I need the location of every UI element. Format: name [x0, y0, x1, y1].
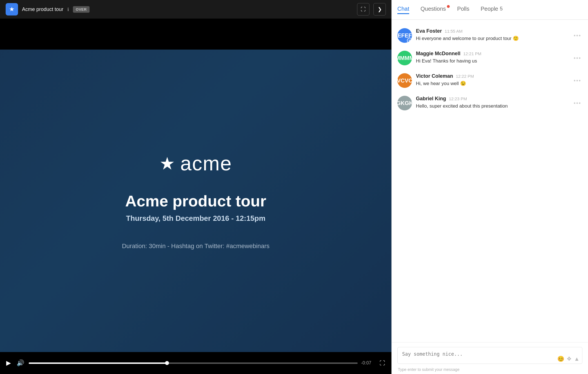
- forward-button[interactable]: ❯: [373, 3, 386, 15]
- upload-icon[interactable]: ▲: [574, 356, 580, 362]
- tabs-bar: Chat Questions Polls People 5: [392, 0, 588, 20]
- time-display: -0:07: [361, 360, 375, 366]
- fullscreen-icon: ⛶: [380, 360, 385, 366]
- video-main-title: Acme product tour: [125, 192, 266, 210]
- avatar: VC: [397, 73, 412, 88]
- fullscreen-button[interactable]: ⛶: [378, 359, 386, 368]
- message-options-button[interactable]: •••: [573, 99, 582, 108]
- forward-icon: ❯: [378, 6, 382, 12]
- video-black-top: [0, 19, 391, 50]
- message-options-button[interactable]: •••: [573, 31, 582, 40]
- message-time: 12:22 PM: [456, 74, 474, 79]
- message-text: Hi everyone and welcome to our product t…: [416, 35, 569, 42]
- video-logo: ★ acme: [159, 152, 232, 175]
- video-controls: ▶ 🔊 -0:07 ⛶: [0, 352, 391, 374]
- star-icon: ★: [9, 6, 15, 13]
- avatar: EF H: [397, 28, 412, 43]
- video-content[interactable]: ★ acme Acme product tour Thursday, 5th D…: [0, 50, 391, 352]
- message-time: 11:55 AM: [445, 29, 462, 34]
- avatar: MM: [397, 51, 412, 65]
- chat-input[interactable]: [397, 347, 582, 364]
- tab-polls[interactable]: Polls: [457, 6, 469, 14]
- top-bar: ★ Acme product tour ℹ OVER ⛶ ❯: [0, 0, 391, 19]
- info-icon[interactable]: ℹ: [67, 7, 69, 12]
- list-item: MM Maggie McDonnell 12:21 PM Hi Eva! Tha…: [392, 47, 588, 69]
- message-author: Eva Foster: [416, 28, 442, 34]
- video-subtitle: Thursday, 5th December 2016 - 12:15pm: [126, 214, 265, 223]
- submit-hint: Type enter to submit your message: [397, 367, 582, 372]
- volume-icon: 🔊: [17, 359, 24, 367]
- message-author: Maggie McDonnell: [416, 51, 460, 57]
- chat-input-icons: 😊 ❖ ▲: [557, 355, 580, 362]
- message-body: Eva Foster 11:55 AM Hi everyone and welc…: [416, 28, 569, 42]
- tab-chat-label: Chat: [397, 6, 409, 12]
- progress-fill: [29, 362, 167, 364]
- message-options-button[interactable]: •••: [573, 54, 582, 63]
- message-text: Hello, super excited about this presenta…: [416, 103, 569, 110]
- message-time: 12:21 PM: [463, 51, 481, 56]
- progress-bar[interactable]: [29, 362, 358, 364]
- tab-questions[interactable]: Questions: [420, 6, 446, 14]
- message-body: Gabriel King 12:23 PM Hello, super excit…: [416, 96, 569, 110]
- chat-input-area: 😊 ❖ ▲ Type enter to submit your message: [392, 342, 588, 374]
- video-duration: Duration: 30min - Hashtag on Twitter: #a…: [122, 242, 270, 250]
- app-logo: ★: [6, 3, 18, 15]
- message-body: Victor Coleman 12:22 PM Hi, we hear you …: [416, 73, 569, 87]
- message-text: Hi Eva! Thanks for having us: [416, 58, 569, 64]
- message-author: Gabriel King: [416, 96, 446, 102]
- message-header: Victor Coleman 12:22 PM: [416, 73, 569, 79]
- avatar-initials: VC: [405, 77, 412, 84]
- people-count: 5: [500, 6, 503, 12]
- emoji-icon[interactable]: 😊: [557, 355, 564, 362]
- avatar: GK: [397, 96, 412, 110]
- play-button[interactable]: ▶: [5, 358, 12, 368]
- left-panel: ★ Acme product tour ℹ OVER ⛶ ❯ ★ acme Ac…: [0, 0, 391, 374]
- message-options-button[interactable]: •••: [573, 76, 582, 85]
- avatar-initials: GK: [405, 100, 412, 106]
- tab-people-label: People: [481, 6, 498, 12]
- progress-handle[interactable]: [165, 361, 169, 365]
- video-star-icon: ★: [159, 153, 175, 174]
- right-panel: Chat Questions Polls People 5 EF H Eva F…: [391, 0, 588, 374]
- play-icon: ▶: [6, 359, 11, 367]
- message-header: Eva Foster 11:55 AM: [416, 28, 569, 34]
- tab-chat[interactable]: Chat: [397, 6, 409, 14]
- message-time: 12:23 PM: [449, 96, 467, 101]
- expand-button[interactable]: ⛶: [357, 3, 369, 15]
- message-body: Maggie McDonnell 12:21 PM Hi Eva! Thanks…: [416, 51, 569, 64]
- video-logo-text: acme: [180, 152, 232, 175]
- message-text: Hi, we hear you well 😉: [416, 80, 569, 87]
- tab-polls-label: Polls: [457, 6, 469, 12]
- message-header: Gabriel King 12:23 PM: [416, 96, 569, 102]
- message-author: Victor Coleman: [416, 73, 453, 79]
- list-item: EF H Eva Foster 11:55 AM Hi everyone and…: [392, 24, 588, 47]
- list-item: VC Victor Coleman 12:22 PM Hi, we hear y…: [392, 69, 588, 92]
- chat-input-wrapper: 😊 ❖ ▲: [397, 347, 582, 365]
- volume-button[interactable]: 🔊: [15, 358, 25, 368]
- event-title: Acme product tour: [22, 6, 63, 12]
- list-item: GK Gabriel King 12:23 PM Hello, super ex…: [392, 92, 588, 114]
- tab-people[interactable]: People 5: [481, 6, 503, 14]
- expand-icon: ⛶: [361, 6, 366, 12]
- message-header: Maggie McDonnell 12:21 PM: [416, 51, 569, 57]
- questions-notification-dot: [447, 5, 450, 8]
- tab-questions-label: Questions: [420, 6, 446, 12]
- video-area: ★ acme Acme product tour Thursday, 5th D…: [0, 19, 391, 374]
- over-badge: OVER: [73, 6, 90, 13]
- attach-icon[interactable]: ❖: [567, 355, 572, 362]
- chat-messages: EF H Eva Foster 11:55 AM Hi everyone and…: [392, 20, 588, 342]
- host-badge: H: [407, 38, 412, 43]
- avatar-initials: MM: [405, 55, 412, 61]
